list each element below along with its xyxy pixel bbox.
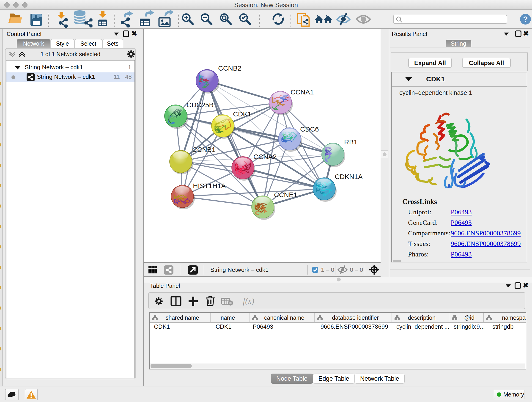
svg-text:description: description (408, 314, 436, 321)
svg-text:CCNA1: CCNA1 (291, 88, 314, 96)
svg-text:CDK1: CDK1 (233, 110, 251, 118)
svg-text:1 – 0: 1 – 0 (321, 266, 334, 273)
svg-text:namespace: namespace (502, 314, 526, 321)
svg-text:shared name: shared name (166, 314, 199, 321)
svg-text:CCNB2: CCNB2 (218, 64, 241, 72)
svg-text:CDC6: CDC6 (300, 125, 319, 133)
svg-text:CCNA2: CCNA2 (253, 153, 277, 160)
svg-text:CCNB1: CCNB1 (192, 146, 215, 153)
svg-text:CCNE1: CCNE1 (274, 191, 298, 198)
svg-text:database identifier: database identifier (332, 314, 379, 321)
svg-text:canonical name: canonical name (264, 314, 304, 321)
svg-text:name: name (221, 314, 235, 321)
svg-text:HIST1H1A: HIST1H1A (193, 182, 226, 190)
svg-text:f(x): f(x) (243, 296, 254, 306)
svg-text:@id: @id (464, 314, 475, 321)
svg-text:CDKN1A: CDKN1A (335, 173, 363, 180)
svg-text:0 – 0: 0 – 0 (350, 266, 363, 273)
svg-text:RB1: RB1 (344, 138, 357, 146)
svg-text:CDC25B: CDC25B (186, 101, 214, 109)
